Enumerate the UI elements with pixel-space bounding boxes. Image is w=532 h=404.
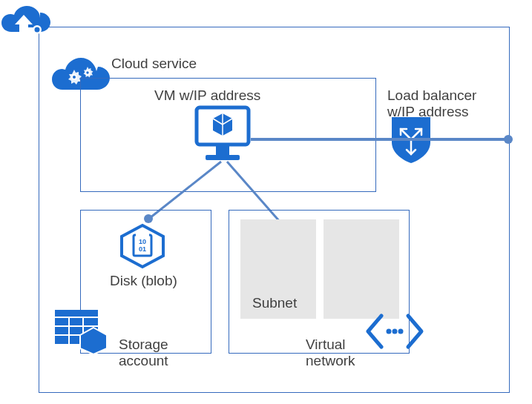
svg-rect-21 (136, 234, 149, 236)
subnet-label: Subnet (252, 295, 297, 311)
svg-text:10: 10 (139, 238, 146, 245)
svg-point-2 (35, 27, 40, 33)
svg-point-5 (73, 76, 76, 79)
svg-rect-9 (206, 155, 240, 160)
cloud-service-label: Cloud service (111, 56, 197, 72)
virtual-network-icon (365, 311, 424, 351)
load-balancer-label-1: Load balancer (387, 87, 476, 104)
storage-account-label-1: Storage (119, 337, 168, 353)
vm-icon (194, 106, 252, 164)
svg-point-6 (86, 71, 88, 73)
svg-rect-0 (19, 27, 34, 32)
connector-vm-lb (251, 133, 518, 148)
virtual-network-label-2: network (306, 353, 355, 369)
endpoint-dot (504, 135, 513, 144)
storage-account-icon (55, 310, 108, 354)
svg-rect-8 (216, 146, 229, 155)
disk-blob-label: Disk (blob) (110, 273, 177, 289)
svg-point-31 (387, 329, 392, 334)
vm-ip-label: VM w/IP address (154, 87, 260, 104)
azure-cloud-icon (1, 4, 53, 43)
svg-point-32 (393, 329, 398, 334)
disk-blob-icon: 10 01 (119, 224, 166, 268)
virtual-network-label-1: Virtual (306, 337, 346, 353)
svg-text:01: 01 (139, 245, 146, 253)
svg-point-33 (398, 329, 404, 334)
storage-account-label-2: account (119, 353, 168, 369)
subnet-panel-2 (324, 219, 399, 319)
